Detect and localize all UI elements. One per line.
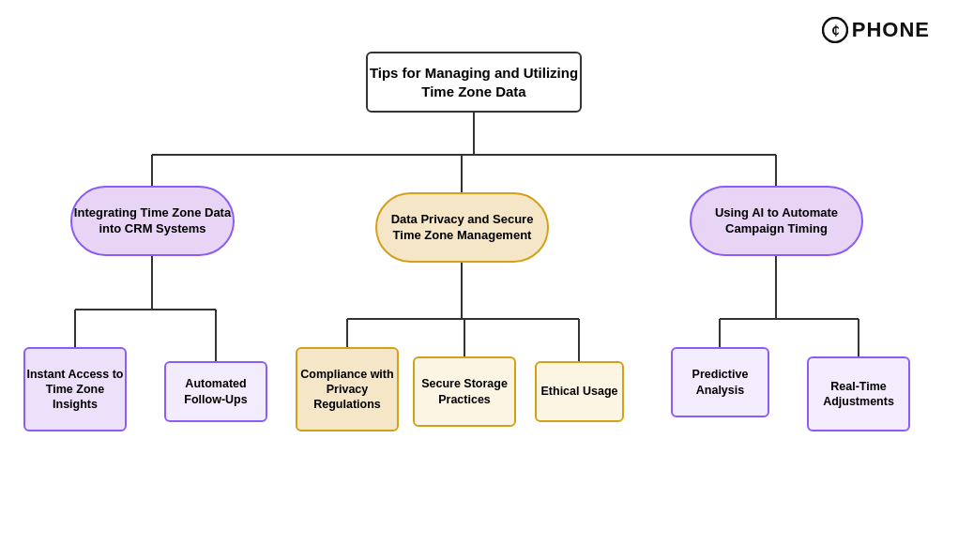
root-label: Tips for Managing and Utilizing Time Zon… — [368, 64, 580, 100]
svg-text:₵: ₵ — [831, 23, 839, 38]
logo-text: PHONE — [852, 18, 930, 42]
node-instant: Instant Access to Time Zone Insights — [23, 347, 127, 431]
predictive-label: Predictive Analysis — [673, 367, 768, 398]
crm-label: Integrating Time Zone Data into CRM Syst… — [72, 205, 233, 237]
diagram-container: ₵ PHONE — [0, 0, 958, 560]
node-secure: Secure Storage Practices — [413, 356, 516, 427]
ai-label: Using AI to Automate Campaign Timing — [692, 205, 861, 237]
logo-icon: ₵ — [822, 17, 848, 43]
automated-label: Automated Follow-Ups — [166, 376, 266, 407]
node-realtime: Real-Time Adjustments — [807, 356, 910, 431]
realtime-label: Real-Time Adjustments — [809, 379, 908, 410]
secure-label: Secure Storage Practices — [415, 376, 514, 407]
node-compliance: Compliance with Privacy Regulations — [296, 347, 399, 431]
node-crm: Integrating Time Zone Data into CRM Syst… — [70, 186, 235, 256]
node-automated: Automated Follow-Ups — [164, 361, 267, 422]
node-ethical: Ethical Usage — [535, 361, 624, 422]
ethical-label: Ethical Usage — [541, 384, 618, 399]
node-privacy: Data Privacy and Secure Time Zone Manage… — [375, 192, 549, 263]
compliance-label: Compliance with Privacy Regulations — [297, 367, 397, 413]
node-predictive: Predictive Analysis — [671, 347, 769, 417]
logo: ₵ PHONE — [822, 17, 930, 43]
root-node: Tips for Managing and Utilizing Time Zon… — [366, 52, 582, 113]
instant-label: Instant Access to Time Zone Insights — [25, 367, 125, 413]
privacy-label: Data Privacy and Secure Time Zone Manage… — [377, 212, 547, 244]
node-ai: Using AI to Automate Campaign Timing — [690, 186, 863, 256]
